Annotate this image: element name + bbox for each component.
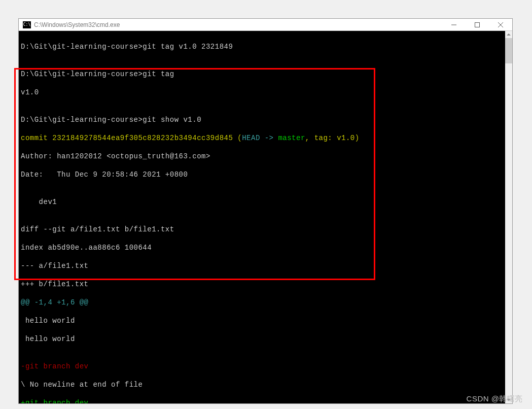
window-title: C:\Windows\System32\cmd.exe bbox=[34, 21, 442, 28]
cmd-text: git tag v1.0 2321849 bbox=[143, 43, 233, 51]
vertical-scrollbar[interactable] bbox=[505, 31, 512, 403]
prompt: D:\Git\git-learning-course> bbox=[21, 43, 143, 51]
commit-hash: commit 2321849278544ea9f305c828232b3494c… bbox=[21, 134, 233, 142]
window-controls bbox=[442, 19, 512, 30]
titlebar[interactable]: C:\ C:\Windows\System32\cmd.exe bbox=[19, 19, 512, 31]
chevron-up-icon bbox=[507, 33, 511, 36]
prompt: D:\Git\git-learning-course> bbox=[21, 116, 143, 124]
terminal-content[interactable]: D:\Git\git-learning-course>git tag v1.0 … bbox=[19, 31, 512, 403]
svg-rect-1 bbox=[475, 22, 480, 27]
diff-hunk: @@ -1,4 +1,6 @@ bbox=[21, 298, 505, 307]
output-line: v1.0 bbox=[21, 88, 505, 97]
prompt: D:\Git\git-learning-course> bbox=[21, 70, 143, 78]
diff-index: index ab5d90e..aa886c6 100644 bbox=[21, 243, 505, 252]
diff-context: hello world bbox=[21, 316, 505, 325]
diff-removed: -git branch dev bbox=[21, 362, 505, 371]
head-ref: HEAD -> bbox=[242, 134, 278, 142]
watermark-text: CSDN @韩曙亮 bbox=[467, 394, 523, 404]
scrollbar-thumb[interactable] bbox=[505, 38, 512, 63]
cmd-window: C:\ C:\Windows\System32\cmd.exe D:\Git\g… bbox=[18, 18, 513, 404]
commit-msg: dev1 bbox=[21, 197, 505, 207]
scroll-up-button[interactable] bbox=[505, 31, 512, 38]
diff-new: +++ b/file1.txt bbox=[21, 280, 505, 289]
terminal-text: D:\Git\git-learning-course>git tag v1.0 … bbox=[21, 33, 505, 403]
maximize-button[interactable] bbox=[466, 19, 489, 30]
date-line: Date: Thu Dec 9 20:58:46 2021 +0800 bbox=[21, 170, 505, 179]
diff-old: --- a/file1.txt bbox=[21, 261, 505, 270]
diff-added: +git branch dev bbox=[21, 398, 505, 403]
diff-no-newline: \ No newline at end of file bbox=[21, 380, 505, 389]
author-line: Author: han1202012 <octopus_truth@163.co… bbox=[21, 152, 505, 161]
branch-master: master bbox=[278, 134, 305, 142]
cmd-text: git show v1.0 bbox=[143, 116, 201, 124]
paren: ( bbox=[233, 134, 242, 142]
cmd-text: git tag bbox=[143, 70, 174, 78]
app-icon: C:\ bbox=[23, 21, 31, 28]
comma: , bbox=[305, 134, 314, 142]
close-button[interactable] bbox=[489, 19, 512, 30]
tag-ref: tag: v1.0 bbox=[314, 134, 355, 142]
paren: ) bbox=[355, 134, 360, 142]
diff-context: hello world bbox=[21, 334, 505, 344]
diff-header: diff --git a/file1.txt b/file1.txt bbox=[21, 225, 505, 234]
minimize-button[interactable] bbox=[442, 19, 466, 30]
